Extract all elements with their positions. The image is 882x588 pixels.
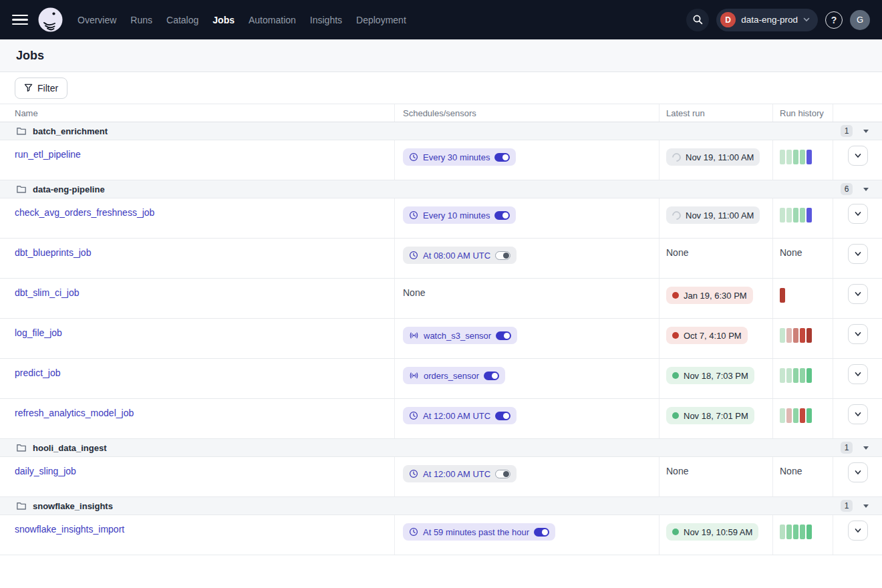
user-avatar[interactable]: G (850, 10, 870, 30)
nav-item-insights[interactable]: Insights (309, 11, 343, 29)
job-name-link[interactable]: dbt_blueprints_job (15, 247, 91, 258)
job-name-link[interactable]: predict_job (15, 368, 61, 378)
schedule-pill[interactable]: Every 30 minutes (403, 148, 516, 166)
sensor-toggle-on[interactable] (496, 331, 511, 340)
question-mark-icon: ? (831, 15, 837, 25)
group-row-batch-enrichment[interactable]: batch_enrichment 1 (0, 122, 882, 140)
latest-run-time: Nov 19, 11:00 AM (686, 210, 754, 220)
success-status-dot (672, 412, 679, 419)
clock-icon (409, 411, 418, 420)
chevron-down-icon (854, 410, 862, 418)
nav-item-catalog[interactable]: Catalog (165, 11, 200, 29)
schedule-toggle-on[interactable] (494, 153, 510, 162)
expand-row-button[interactable] (848, 404, 868, 424)
latest-run-pill-success[interactable]: Nov 18, 7:01 PM (666, 407, 754, 424)
deployment-name: data-eng-prod (741, 15, 798, 25)
job-name-link[interactable]: dbt_slim_ci_job (15, 287, 80, 298)
job-name-link[interactable]: refresh_analytics_model_job (15, 408, 134, 418)
collapse-caret-icon[interactable] (863, 130, 869, 133)
job-row-log-file-job: log_file_job watch_s3_sensor Oct 7, 4:10… (0, 319, 882, 359)
expand-row-button[interactable] (848, 146, 868, 166)
group-name: snowflake_insights (33, 501, 113, 511)
run-history-bars[interactable] (780, 368, 833, 383)
latest-run-pill-success[interactable]: Nov 18, 7:03 PM (666, 367, 754, 384)
latest-run-pill-success[interactable]: Nov 19, 10:59 AM (666, 523, 758, 541)
collapse-caret-icon[interactable] (863, 188, 869, 191)
chevron-down-icon (854, 468, 862, 476)
dagster-logo-icon[interactable] (38, 7, 63, 32)
nav-item-jobs[interactable]: Jobs (211, 11, 236, 29)
schedule-label: At 12:00 AM UTC (423, 469, 490, 479)
job-row-predict-job: predict_job orders_sensor Nov 18, 7:03 P… (0, 359, 882, 399)
filter-bar: Filter (0, 72, 882, 104)
sensor-icon (409, 371, 419, 380)
filter-button-label: Filter (37, 83, 58, 94)
nav-item-runs[interactable]: Runs (129, 11, 154, 29)
job-name-link[interactable]: check_avg_orders_freshness_job (15, 207, 154, 218)
schedule-pill[interactable]: At 12:00 AM UTC (403, 407, 517, 424)
clock-icon (409, 251, 418, 260)
sensor-toggle-on[interactable] (484, 372, 499, 380)
expand-row-button[interactable] (848, 521, 868, 541)
job-row-snowflake-insights-import: snowflake_insights_import At 59 minutes … (0, 515, 882, 555)
expand-row-button[interactable] (848, 462, 868, 482)
latest-run-time: Oct 7, 4:10 PM (684, 331, 742, 341)
clock-icon (409, 527, 418, 537)
run-history-bars[interactable] (780, 288, 833, 303)
deployment-switcher[interactable]: D data-eng-prod (716, 9, 818, 31)
failure-status-dot (672, 332, 679, 339)
latest-run-pill-failure[interactable]: Oct 7, 4:10 PM (666, 327, 748, 344)
expand-row-button[interactable] (848, 364, 868, 384)
run-history-bars[interactable] (780, 408, 833, 423)
search-icon (692, 14, 704, 25)
job-name-link[interactable]: snowflake_insights_import (15, 524, 124, 535)
help-button[interactable]: ? (825, 11, 843, 29)
schedule-toggle-on[interactable] (534, 528, 549, 537)
collapse-caret-icon[interactable] (863, 446, 869, 450)
failure-status-dot (672, 292, 679, 299)
run-history-bars[interactable] (780, 328, 833, 343)
schedule-pill-disabled[interactable]: At 08:00 AM UTC (403, 247, 517, 264)
job-name-link[interactable]: daily_sling_job (15, 466, 76, 476)
nav-item-automation[interactable]: Automation (247, 11, 297, 29)
chevron-down-icon (854, 290, 862, 298)
schedule-label: At 08:00 AM UTC (423, 251, 490, 261)
schedule-toggle-off[interactable] (495, 470, 510, 478)
run-history-none: None (780, 247, 802, 258)
chevron-down-icon (854, 330, 862, 338)
group-row-data-eng-pipeline[interactable]: data-eng-pipeline 6 (0, 180, 882, 198)
sensor-pill[interactable]: watch_s3_sensor (403, 327, 517, 344)
search-button[interactable] (686, 9, 709, 31)
chevron-down-icon (854, 370, 862, 378)
latest-run-pill-failure[interactable]: Jan 19, 6:30 PM (666, 287, 753, 304)
clock-icon (409, 210, 418, 220)
job-name-link[interactable]: log_file_job (15, 327, 62, 338)
expand-row-button[interactable] (848, 244, 868, 264)
filter-button[interactable]: Filter (15, 78, 67, 99)
run-history-bars[interactable] (780, 525, 833, 539)
latest-run-time: Nov 19, 11:00 AM (686, 152, 754, 162)
nav-item-deployment[interactable]: Deployment (355, 11, 408, 29)
collapse-caret-icon[interactable] (863, 504, 869, 508)
group-row-snowflake-insights[interactable]: snowflake_insights 1 (0, 497, 882, 515)
chevron-down-icon (854, 152, 862, 160)
table-header-row: Name Schedules/sensors Latest run Run hi… (0, 104, 882, 122)
schedule-toggle-off[interactable] (495, 251, 510, 260)
expand-row-button[interactable] (848, 284, 868, 304)
schedule-pill-disabled[interactable]: At 12:00 AM UTC (403, 465, 517, 482)
run-history-bars[interactable] (780, 150, 833, 164)
expand-row-button[interactable] (848, 204, 868, 224)
schedule-toggle-on[interactable] (495, 412, 510, 420)
schedule-toggle-on[interactable] (494, 211, 510, 220)
group-row-hooli-data-ingest[interactable]: hooli_data_ingest 1 (0, 439, 882, 457)
run-history-bars[interactable] (780, 208, 833, 223)
latest-run-pill[interactable]: Nov 19, 11:00 AM (666, 148, 760, 166)
nav-item-overview[interactable]: Overview (76, 11, 118, 29)
schedule-pill[interactable]: At 59 minutes past the hour (403, 523, 555, 541)
latest-run-pill[interactable]: Nov 19, 11:00 AM (666, 206, 760, 224)
schedule-pill[interactable]: Every 10 minutes (403, 206, 516, 224)
hamburger-menu-icon[interactable] (12, 15, 28, 25)
job-name-link[interactable]: run_etl_pipeline (15, 149, 81, 160)
expand-row-button[interactable] (848, 324, 868, 344)
sensor-pill[interactable]: orders_sensor (403, 367, 505, 384)
